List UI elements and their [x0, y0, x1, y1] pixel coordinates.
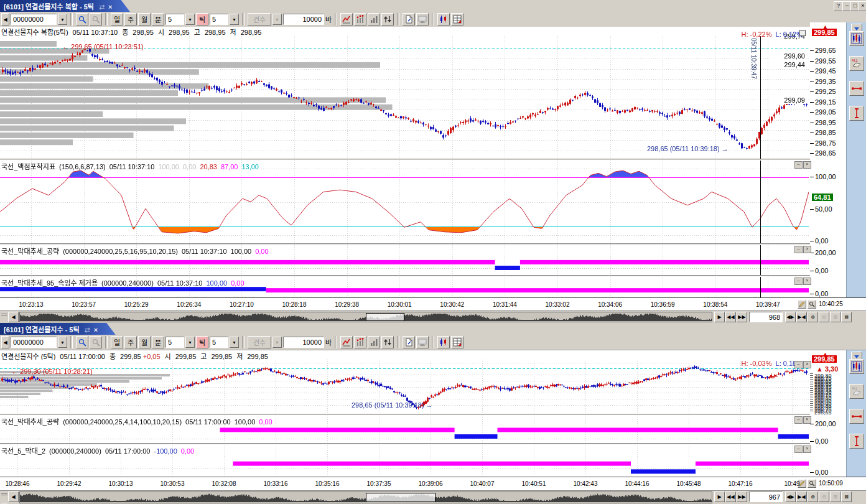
panel-window-buttons[interactable]: –× [794, 361, 811, 368]
candle-chart-icon[interactable] [437, 336, 450, 348]
window2-title-tab[interactable]: [6101] 연결선물지수 - 5틱⇄× [0, 323, 116, 336]
period-month-button[interactable]: 월 [138, 336, 151, 348]
pattern-tool-icon[interactable] [849, 359, 864, 374]
candle-chart-icon[interactable] [437, 13, 450, 26]
zoom-in-icon[interactable]: ⊕ [808, 492, 818, 502]
high-value: 298,95 [205, 29, 226, 36]
panel-window-buttons[interactable]: –× [794, 246, 811, 253]
period-tick-button[interactable]: 틱 [196, 336, 208, 348]
oscillator-indicator-header: 국선_맥점포착지표(150,6,6,87,13)05/11 10:37:1010… [1, 161, 263, 171]
navigator-frame [19, 312, 712, 322]
chart-navigator[interactable] [20, 492, 712, 503]
price-mark-label: 299,44 [770, 61, 805, 68]
jump-end-button[interactable]: ▶▶ [737, 312, 747, 322]
indicator-params: (000000,240000,25,4,14,100,10,20,15) [63, 418, 182, 426]
horizontal-line-tool-icon[interactable] [849, 81, 864, 96]
tab-close-icon[interactable]: × [94, 326, 98, 334]
period-week-button[interactable]: 주 [124, 13, 137, 26]
grid-toggle-icon: ⊞ [830, 492, 840, 502]
scroll-right-button[interactable]: ▶ [714, 492, 725, 502]
bar-analysis-icon[interactable] [354, 336, 366, 348]
tick-dropdown-icon[interactable]: ▼ [230, 14, 239, 25]
tab-close-icon[interactable]: × [108, 3, 112, 11]
symbol-dropdown-icon[interactable]: ▼ [58, 337, 67, 348]
tab-link-icon[interactable]: ⇄ [99, 3, 105, 11]
search-icon[interactable] [76, 336, 88, 348]
chart-navigator[interactable] [20, 312, 712, 322]
search-icon[interactable] [76, 13, 88, 26]
horizontal-line-tool-icon[interactable] [849, 409, 864, 424]
panel-window-buttons[interactable]: –× [794, 446, 811, 453]
panel-window-buttons[interactable]: –× [794, 416, 811, 424]
collapse-left-icon[interactable]: ◀ [1, 13, 9, 26]
period-day-button[interactable]: 일 [111, 336, 123, 348]
period-week-button[interactable]: 주 [124, 336, 137, 348]
scroll-right-button[interactable]: ▶ [714, 312, 725, 322]
bar-indicator2-header: 국선_막대추세_95_속임수 제거용(000000,240000)05/11 1… [1, 278, 248, 287]
window1-title-tab[interactable]: [6101] 연결선물지수 복합 - 5틱⇄× [0, 0, 131, 13]
time-tick-label: 10:39:06 [419, 480, 443, 487]
indicator-tick-label: 100,00 [815, 173, 836, 180]
new-document-icon[interactable] [403, 13, 415, 26]
expand-scale-icon[interactable]: ◀▶ [785, 492, 796, 502]
jump-start-button[interactable]: ◀◀ [725, 312, 736, 322]
panel-close-icon: × [803, 446, 811, 453]
compress-scale-icon[interactable]: ▶◀ [796, 492, 807, 502]
new-document-icon[interactable] [403, 336, 415, 348]
bar-count-input[interactable] [750, 493, 782, 501]
magnifier-icon[interactable] [808, 300, 816, 309]
line-chart-icon[interactable] [340, 13, 353, 26]
close-button[interactable]: × [859, 1, 866, 11]
eraser-tool-icon[interactable]: ALL [849, 56, 864, 71]
expand-scale-icon[interactable]: ◀▶ [785, 312, 796, 322]
help-button[interactable]: ? [834, 1, 843, 11]
session-high-percent: H: -0,22% [742, 30, 772, 38]
period-minute-button[interactable]: 분 [152, 13, 164, 26]
volume-bars-icon[interactable] [368, 336, 380, 348]
tick-dropdown-icon[interactable]: ▼ [230, 337, 239, 348]
tab-link-icon[interactable]: ⇄ [85, 326, 90, 334]
minute-dropdown-icon[interactable]: ▼ [185, 14, 195, 25]
splitter-handle[interactable] [1, 493, 7, 504]
period-tick-button[interactable]: 틱 [196, 13, 208, 26]
period-day-button[interactable]: 일 [111, 13, 123, 26]
main-candlestick-chart[interactable] [0, 36, 809, 159]
line-chart-icon[interactable] [340, 336, 353, 348]
panel-window-buttons[interactable]: –× [794, 278, 811, 285]
pattern-tool-icon[interactable] [849, 31, 864, 46]
grid-icon[interactable] [451, 13, 463, 26]
sort-arrows-icon[interactable] [381, 13, 394, 26]
magnifier-icon[interactable] [808, 479, 816, 488]
close-panel-icon[interactable]: ⊠ [841, 492, 852, 502]
oscillator-chart[interactable] [0, 161, 809, 243]
bar-count-input[interactable] [750, 314, 782, 321]
period-minute-button[interactable]: 분 [152, 336, 164, 348]
window1-title: [6101] 연결선물지수 복합 - 5틱 [4, 3, 94, 11]
vertical-line-tool-icon[interactable] [849, 106, 864, 121]
period-month-button[interactable]: 월 [138, 13, 151, 26]
quantity-input[interactable] [284, 16, 324, 23]
bar-analysis-icon[interactable] [354, 13, 366, 26]
jump-start-button[interactable]: ◀◀ [725, 492, 736, 502]
grid-icon[interactable] [451, 336, 463, 348]
panel-window-buttons[interactable]: –× [794, 161, 811, 169]
symbol-dropdown-icon[interactable]: ▼ [58, 14, 67, 25]
pencil-icon[interactable] [798, 300, 806, 309]
volume-bars-icon[interactable] [368, 13, 380, 26]
compress-scale-icon[interactable]: ▶◀ [796, 312, 807, 322]
time-tick-label: 10:23:57 [72, 301, 96, 308]
zoom-in-icon[interactable]: ⊕ [808, 312, 818, 322]
navigator-frame [19, 492, 712, 503]
sort-arrows-icon[interactable] [381, 336, 394, 348]
symbol-code-input[interactable] [11, 338, 56, 346]
pin-icon[interactable] [799, 30, 806, 36]
scroll-left-button[interactable]: ◀ [8, 312, 19, 322]
quantity-input[interactable] [284, 338, 324, 346]
close-panel-icon[interactable]: ⊠ [841, 312, 852, 322]
collapse-left-icon[interactable]: ◀ [1, 336, 9, 348]
minute-dropdown-icon[interactable]: ▼ [185, 337, 195, 348]
vertical-line-tool-icon[interactable] [849, 434, 864, 449]
jump-end-button[interactable]: ▶▶ [737, 492, 747, 502]
scroll-left-button[interactable]: ◀ [8, 492, 19, 502]
symbol-code-input[interactable] [11, 16, 56, 23]
